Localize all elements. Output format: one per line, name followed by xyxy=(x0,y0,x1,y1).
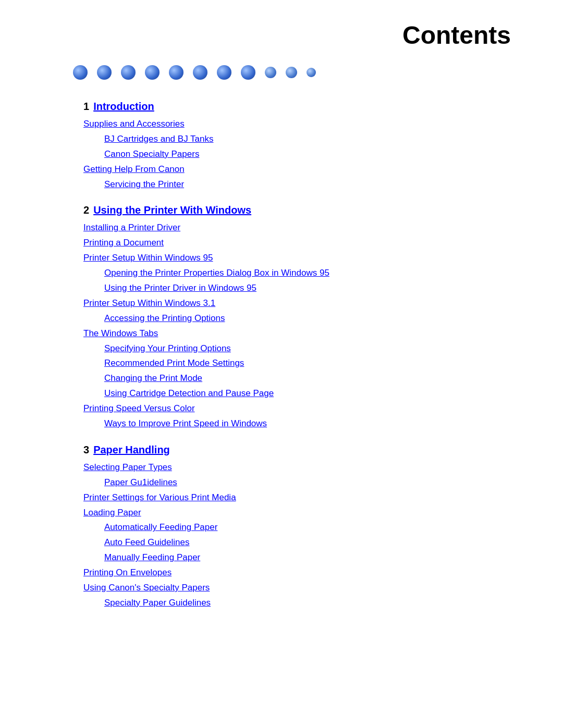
nav-dot-1[interactable] xyxy=(73,65,88,80)
nav-dot-2[interactable] xyxy=(97,65,112,80)
toc-item-opening-properties[interactable]: Opening the Printer Properties Dialog Bo… xyxy=(104,266,521,281)
section-3-number: 3 xyxy=(83,444,89,456)
section-2-number: 2 xyxy=(83,204,89,216)
nav-dot-7[interactable] xyxy=(217,65,231,80)
toc-item-printing-speed[interactable]: Printing Speed Versus Color xyxy=(83,401,521,416)
toc-item-servicing[interactable]: Servicing the Printer xyxy=(104,177,521,192)
section-3-header: 3 Paper Handling xyxy=(83,444,521,456)
section-1-header: 1 Introduction xyxy=(83,101,521,113)
page-title: Contents xyxy=(42,21,521,50)
toc-item-specifying-options[interactable]: Specifying Your Printing Options xyxy=(104,341,521,356)
toc-item-supplies[interactable]: Supplies and Accessories xyxy=(83,117,521,132)
nav-dot-6[interactable] xyxy=(193,65,207,80)
toc-item-specialty-guidelines[interactable]: Specialty Paper Guidelines xyxy=(104,596,521,611)
toc-item-auto-feeding[interactable]: Automatically Feeding Paper xyxy=(104,520,521,535)
toc-item-selecting-paper[interactable]: Selecting Paper Types xyxy=(83,460,521,475)
toc-item-printer-settings[interactable]: Printer Settings for Various Print Media xyxy=(83,490,521,505)
section-2: 2 Using the Printer With Windows Install… xyxy=(83,204,521,431)
toc-item-auto-feed-guidelines[interactable]: Auto Feed Guidelines xyxy=(104,535,521,550)
section-1-title[interactable]: Introduction xyxy=(93,101,154,113)
nav-dot-8[interactable] xyxy=(241,65,255,80)
toc-item-using-driver-95[interactable]: Using the Printer Driver in Windows 95 xyxy=(104,281,521,296)
section-3: 3 Paper Handling Selecting Paper Types P… xyxy=(83,444,521,611)
nav-dot-10[interactable] xyxy=(286,67,297,78)
toc-item-improve-speed[interactable]: Ways to Improve Print Speed in Windows xyxy=(104,416,521,431)
section-2-title[interactable]: Using the Printer With Windows xyxy=(93,204,251,216)
toc-item-windows-tabs[interactable]: The Windows Tabs xyxy=(83,326,521,341)
toc-item-printing-document[interactable]: Printing a Document xyxy=(83,236,521,251)
section-2-header: 2 Using the Printer With Windows xyxy=(83,204,521,216)
toc-container: 1 Introduction Supplies and Accessories … xyxy=(42,101,521,611)
toc-item-loading-paper[interactable]: Loading Paper xyxy=(83,505,521,521)
section-3-title[interactable]: Paper Handling xyxy=(93,444,170,456)
toc-item-cartridge-detection[interactable]: Using Cartridge Detection and Pause Page xyxy=(104,386,521,401)
toc-item-printer-setup-95[interactable]: Printer Setup Within Windows 95 xyxy=(83,251,521,266)
section-1-number: 1 xyxy=(83,101,89,113)
toc-item-getting-help[interactable]: Getting Help From Canon xyxy=(83,162,521,177)
nav-dot-3[interactable] xyxy=(121,65,136,80)
toc-item-manually-feeding[interactable]: Manually Feeding Paper xyxy=(104,550,521,565)
nav-dot-4[interactable] xyxy=(145,65,160,80)
toc-item-recommended-settings[interactable]: Recommended Print Mode Settings xyxy=(104,356,521,371)
nav-dot-11[interactable] xyxy=(307,68,316,77)
toc-item-printer-setup-31[interactable]: Printer Setup Within Windows 3.1 xyxy=(83,296,521,311)
toc-item-using-specialty[interactable]: Using Canon's Specialty Papers xyxy=(83,581,521,596)
toc-item-paper-guidelines[interactable]: Paper Gu1idelines xyxy=(104,475,521,490)
navigation-dots[interactable] xyxy=(42,65,521,80)
toc-item-canon-specialty-papers[interactable]: Canon Specialty Papers xyxy=(104,147,521,162)
section-1: 1 Introduction Supplies and Accessories … xyxy=(83,101,521,192)
toc-item-changing-print-mode[interactable]: Changing the Print Mode xyxy=(104,371,521,386)
toc-item-accessing-options[interactable]: Accessing the Printing Options xyxy=(104,311,521,326)
toc-item-printing-envelopes[interactable]: Printing On Envelopes xyxy=(83,565,521,581)
nav-dot-9[interactable] xyxy=(265,67,276,78)
toc-item-bj-cartridges[interactable]: BJ Cartridges and BJ Tanks xyxy=(104,132,521,147)
nav-dot-5[interactable] xyxy=(169,65,183,80)
toc-item-installing-driver[interactable]: Installing a Printer Driver xyxy=(83,220,521,236)
